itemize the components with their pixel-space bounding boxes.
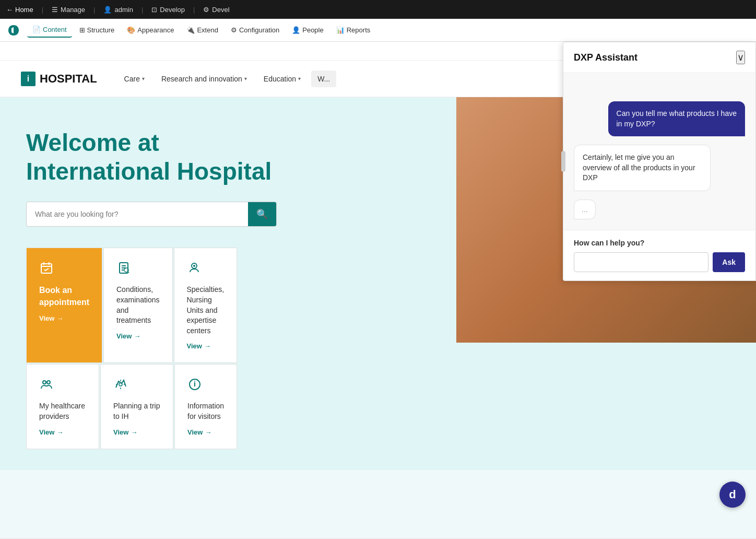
cms-appearance-nav[interactable]: 🎨 Appearance [122,23,179,37]
dxp-collapse-button[interactable]: ∨ [736,51,745,64]
dxp-ask-button[interactable]: Ask [713,252,745,272]
dxp-text-input[interactable] [574,252,708,272]
dxp-float-icon: d [729,488,736,501]
content-icon: 📄 [32,26,41,33]
cards-row-2: My healthcare providers View → Pl [26,364,430,449]
dxp-input-row: Ask [574,252,745,272]
dxp-float-button[interactable]: d [719,482,746,508]
search-input[interactable] [27,204,248,225]
back-home-link[interactable]: ← Home [6,6,33,14]
nav-research[interactable]: Research and innovation ▾ [155,71,253,87]
chat-user-message: Can you tell me what products I have in … [608,101,745,136]
dxp-input-label: How can I help you? [574,239,745,247]
card-book-appointment[interactable]: Book an appointment View → [26,248,102,363]
devel-label: Devel [212,6,229,14]
nav-care-label: Care [124,75,140,83]
configuration-label: Configuration [239,26,279,34]
website-wrapper: Emergency News Activities Jobs i HOSPITA… [0,42,756,538]
nav-education-label: Education [264,75,296,83]
card-info-visitors-link[interactable]: View → [187,428,224,436]
cms-content-nav[interactable]: 📄 Content [27,22,72,38]
card-conditions[interactable]: Conditions, examinations and treatments … [103,248,173,363]
dxp-assistant-panel: DXP Assistant ∨ Can you tell me what pro… [563,42,756,281]
appearance-icon: 🎨 [127,26,135,34]
manage-icon: ☰ [52,6,58,14]
extend-icon: 🔌 [186,26,195,34]
content-label: Content [43,26,67,33]
card-planning-trip-link[interactable]: View → [113,428,160,436]
card-specialties-title: Specialties, Nursing Units and expertise… [187,285,225,336]
cms-logo[interactable] [6,23,21,38]
svg-point-11 [193,265,195,267]
develop-icon: ⊡ [151,6,157,14]
chat-bot-message: Certainly, let me give you an overview o… [574,145,711,191]
nav-education[interactable]: Education ▾ [257,71,307,87]
admin-bar: ← Home | ☰ Manage | 👤 admin | ⊡ Develop … [0,0,756,19]
people-label: People [302,26,323,34]
admin-user-menu[interactable]: 👤 admin [103,6,133,14]
reports-label: Reports [347,26,371,34]
cms-configuration-nav[interactable]: ⚙ Configuration [226,23,285,37]
info-visitors-icon [187,377,224,395]
manage-menu[interactable]: ☰ Manage [52,6,85,14]
specialties-icon [187,261,225,278]
card-planning-trip[interactable]: Planning a trip to IH View → [100,364,173,449]
back-home-label: Home [15,6,33,14]
book-appointment-icon [39,261,89,278]
svg-point-14 [119,383,122,386]
conditions-icon [116,261,160,278]
develop-menu[interactable]: ⊡ Develop [151,6,185,14]
resize-handle[interactable] [561,151,565,172]
hero-left: Welcome at International Hospital 🔍 [0,97,456,470]
dxp-input-area: How can I help you? Ask [563,230,755,280]
cms-toolbar: 📄 Content ⊞ Structure 🎨 Appearance 🔌 Ext… [0,19,756,42]
people-icon: 👤 [292,26,300,34]
search-button[interactable]: 🔍 [248,202,276,226]
develop-label: Develop [160,6,185,14]
site-logo[interactable]: i HOSPITAL [21,72,97,86]
card-healthcare-providers[interactable]: My healthcare providers View → [26,364,99,449]
cms-reports-nav[interactable]: 📊 Reports [331,23,376,37]
cms-extend-nav[interactable]: 🔌 Extend [181,23,223,37]
card-specialties[interactable]: Specialties, Nursing Units and expertise… [174,248,238,363]
card-planning-trip-title: Planning a trip to IH [113,401,160,421]
nav-more-label: W... [317,75,330,83]
devel-icon: ⚙ [203,6,209,14]
card-specialties-link[interactable]: View → [187,342,225,350]
card-info-visitors[interactable]: Information for visitors View → [174,364,237,449]
cards-row-1: Book an appointment View → [26,248,430,363]
manage-label: Manage [61,6,85,14]
svg-point-17 [194,381,195,382]
card-healthcare-providers-title: My healthcare providers [39,401,86,421]
planning-trip-icon [113,377,160,395]
nav-research-label: Research and innovation [161,75,242,83]
admin-label: admin [114,6,133,14]
search-icon: 🔍 [256,209,268,219]
appearance-label: Appearance [137,26,174,34]
card-conditions-link[interactable]: View → [116,332,160,340]
healthcare-providers-icon [39,377,86,395]
back-arrow-icon: ← [6,6,13,14]
card-info-visitors-title: Information for visitors [187,401,224,421]
chat-typing-indicator: ... [574,200,596,219]
dxp-chat-area: Can you tell me what products I have in … [563,73,755,230]
svg-point-12 [43,381,46,384]
nav-education-chevron: ▾ [298,76,301,81]
reports-icon: 📊 [336,26,345,34]
search-bar: 🔍 [26,202,277,227]
card-conditions-title: Conditions, examinations and treatments [116,285,160,325]
nav-more[interactable]: W... [311,71,336,87]
dxp-header: DXP Assistant ∨ [563,42,755,73]
card-healthcare-providers-link[interactable]: View → [39,428,86,436]
cms-people-nav[interactable]: 👤 People [287,23,328,37]
nav-care[interactable]: Care ▾ [118,71,151,87]
devel-menu[interactable]: ⚙ Devel [203,6,229,14]
structure-icon: ⊞ [79,26,85,34]
logo-icon-box: i [21,72,36,86]
card-book-appointment-title: Book an appointment [39,285,89,308]
cms-structure-nav[interactable]: ⊞ Structure [74,23,120,37]
card-book-appointment-link[interactable]: View → [39,314,89,322]
configuration-icon: ⚙ [231,26,237,34]
nav-research-chevron: ▾ [244,76,247,81]
svg-point-13 [47,381,50,384]
